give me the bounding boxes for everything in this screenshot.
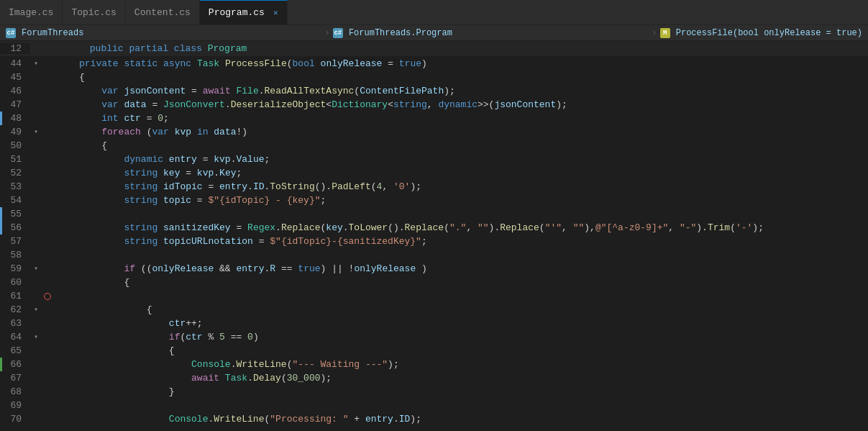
code-content: await Task.Delay(30_000); — [76, 371, 868, 385]
fold-gutter[interactable] — [30, 303, 42, 317]
code-line: 47 var data = JsonConvert.DeserializeObj… — [0, 98, 868, 112]
breakpoint-area[interactable] — [42, 289, 53, 303]
breakpoint-area[interactable] — [42, 371, 53, 385]
fold-arrow-icon[interactable] — [34, 262, 38, 276]
breakpoint-area[interactable] — [42, 399, 53, 412]
code-line: 54 string topic = $"{idTopic} - {key}"; — [0, 194, 868, 207]
breakpoint-area[interactable] — [42, 139, 53, 153]
code-content: var jsonContent = await File.ReadAllText… — [76, 84, 868, 98]
code-line: 59 if ((onlyRelease && entry.R == true) … — [0, 262, 868, 276]
breakpoint-area[interactable] — [42, 358, 53, 371]
breakpoint-area[interactable] — [42, 98, 53, 112]
code-line: 44private static async Task ProcessFile(… — [0, 57, 868, 71]
fold-gutter — [30, 412, 42, 426]
fold-gutter — [30, 166, 42, 180]
indent-marker-2 — [65, 166, 76, 180]
fold-gutter — [30, 289, 42, 303]
toolbar-mid: c# ForumThreads.Program — [333, 28, 649, 38]
indent-marker — [53, 371, 65, 385]
breakpoint-area[interactable] — [42, 112, 53, 125]
code-content: { — [76, 71, 868, 84]
indent-marker-2 — [65, 112, 76, 125]
indent-marker — [53, 412, 65, 426]
indent-marker — [53, 358, 65, 371]
fold-gutter[interactable] — [30, 125, 42, 139]
indent-marker — [53, 153, 65, 166]
breakpoint-area[interactable] — [42, 385, 53, 399]
indent-marker — [53, 317, 65, 330]
breakpoint-area[interactable] — [42, 221, 53, 235]
breakpoint-area[interactable] — [42, 84, 53, 98]
code-line: 65 { — [0, 344, 868, 358]
code-content — [76, 207, 868, 221]
indent-marker-2 — [65, 180, 76, 194]
indent-marker — [53, 262, 65, 276]
code-content: { — [76, 276, 868, 289]
line-number: 51 — [0, 153, 30, 166]
breakpoint-area[interactable] — [42, 125, 53, 139]
fold-arrow-icon[interactable] — [34, 125, 38, 139]
code-content — [76, 289, 868, 303]
method-icon: M — [660, 28, 670, 38]
breakpoint-area[interactable] — [42, 330, 53, 344]
tab-program[interactable]: Program.cs ✕ — [200, 0, 288, 24]
breakpoint-area[interactable] — [42, 207, 53, 221]
indent-marker-2 — [65, 303, 76, 317]
line-number: 58 — [0, 248, 30, 262]
indent-marker — [53, 71, 65, 84]
fold-gutter[interactable] — [30, 57, 42, 71]
code-line: 67 await Task.Delay(30_000); — [0, 371, 868, 385]
code-content: private static async Task ProcessFile(bo… — [76, 57, 868, 71]
code-line: 69 — [0, 399, 868, 412]
fold-gutter — [30, 71, 42, 84]
fold-gutter — [30, 276, 42, 289]
line-number: 68 — [0, 385, 30, 399]
breakpoint-area[interactable] — [42, 153, 53, 166]
breakpoint-area[interactable] — [42, 262, 53, 276]
fold-gutter[interactable] — [30, 262, 42, 276]
breakpoint-area[interactable] — [42, 248, 53, 262]
line-number: 59 — [0, 262, 30, 276]
code-line: 64 if(ctr % 5 == 0) — [0, 330, 868, 344]
fold-arrow-icon[interactable] — [34, 57, 38, 71]
cs-icon-mid: c# — [333, 28, 343, 38]
indent-marker-2 — [65, 207, 76, 221]
code-content — [76, 248, 868, 262]
tab-image[interactable]: Image.cs — [0, 0, 63, 24]
indent-marker — [53, 221, 65, 235]
indent-marker — [53, 166, 65, 180]
code-line: 50 { — [0, 139, 868, 153]
indent-marker-2 — [65, 371, 76, 385]
breakpoint-area[interactable] — [42, 303, 53, 317]
breakpoint-area[interactable] — [42, 71, 53, 84]
fold-gutter — [30, 344, 42, 358]
breakpoint-area[interactable] — [42, 412, 53, 426]
toolbar-left: c# ForumThreads — [6, 28, 321, 38]
indent-marker — [53, 344, 65, 358]
line-number: 50 — [0, 139, 30, 153]
code-line: 60 { — [0, 276, 868, 289]
fold-gutter — [30, 194, 42, 207]
indent-marker — [53, 84, 65, 98]
code-line: 49 foreach (var kvp in data!) — [0, 125, 868, 139]
breakpoint-area[interactable] — [42, 194, 53, 207]
fold-arrow-icon[interactable] — [34, 330, 38, 344]
fold-arrow-icon[interactable] — [34, 303, 38, 317]
breakpoint-area[interactable] — [42, 317, 53, 330]
indent-marker — [53, 235, 65, 248]
breakpoint-area[interactable] — [42, 235, 53, 248]
breakpoint-area[interactable] — [42, 344, 53, 358]
breakpoint-area[interactable] — [42, 166, 53, 180]
code-content: string topic = $"{idTopic} - {key}"; — [76, 194, 868, 207]
fold-gutter[interactable] — [30, 330, 42, 344]
tab-bar: Image.cs Topic.cs Content.cs Program.cs … — [0, 0, 868, 25]
line-number: 60 — [0, 276, 30, 289]
breakpoint-area[interactable] — [42, 180, 53, 194]
tab-content[interactable]: Content.cs — [126, 0, 200, 24]
line-number: 64 — [0, 330, 30, 344]
tab-topic[interactable]: Topic.cs — [63, 0, 125, 24]
breakpoint-area[interactable] — [42, 57, 53, 71]
breakpoint-area[interactable] — [42, 276, 53, 289]
indent-marker — [53, 98, 65, 112]
indent-marker — [53, 303, 65, 317]
